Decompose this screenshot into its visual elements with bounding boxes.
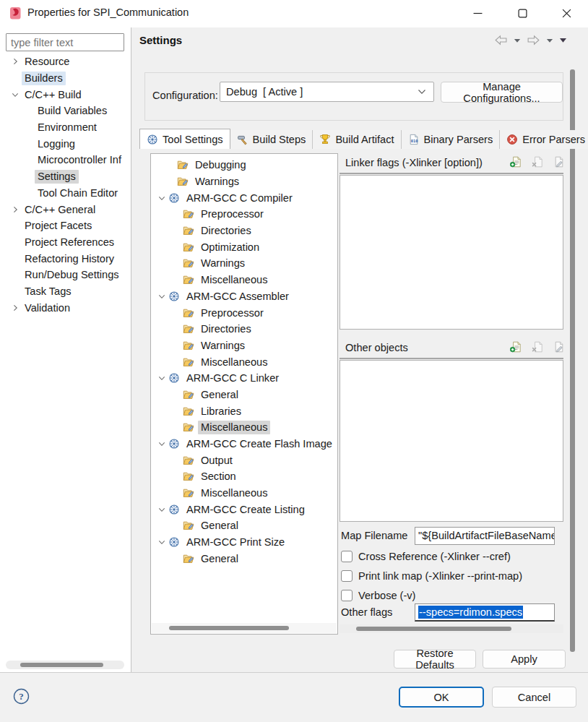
chevron-right-icon[interactable] — [9, 302, 22, 314]
sidebar-scrollbar-thumb[interactable] — [20, 663, 103, 667]
checkbox-print-link-map-xlinker-print-map[interactable] — [341, 570, 353, 582]
tab-tool-settings[interactable]: Tool Settings — [139, 129, 230, 149]
manage-configurations-button[interactable]: Manage Configurations... — [441, 82, 563, 103]
tab-binary-parsers[interactable]: 010Binary Parsers — [402, 130, 501, 149]
back-icon[interactable] — [494, 35, 508, 46]
tool-tree-item-general[interactable]: General — [151, 517, 337, 534]
tab-build-steps[interactable]: Build Steps — [230, 130, 314, 149]
linker-flags-list[interactable] — [340, 175, 563, 330]
tool-tree-item-miscellaneous[interactable]: Miscellaneous — [151, 353, 337, 370]
other-objects-add-button[interactable] — [510, 341, 522, 353]
tool-tree-item-warnings[interactable]: Warnings — [151, 255, 337, 272]
tool-icon — [168, 438, 181, 450]
sidebar-tree-item-project-facets[interactable]: Project Facets — [0, 218, 131, 234]
tool-tree-item-general[interactable]: General — [151, 551, 337, 567]
tool-tree-item-arm-gcc-assembler[interactable]: ARM-GCC Assembler — [151, 288, 337, 305]
tool-tree-item-arm-gcc-print-size[interactable]: ARM-GCC Print Size — [151, 534, 337, 551]
other-flags-row: Other flags --specs=rdimon.specs — [341, 603, 563, 622]
restore-defaults-button[interactable]: Restore Defaults — [394, 650, 476, 669]
back-history-dropdown-icon[interactable] — [514, 38, 521, 43]
tool-tree-item-section[interactable]: Section — [151, 468, 337, 485]
checkbox-cross-reference-xlinker-cref[interactable] — [341, 551, 353, 562]
panel-scrollbar-thumb[interactable] — [356, 627, 511, 631]
tool-tree-item-libraries[interactable]: Libraries — [151, 403, 337, 419]
map-filename-input[interactable]: "${BuildArtifactFileBaseName — [415, 527, 555, 545]
tool-tree-item-warnings[interactable]: Warnings — [151, 173, 337, 190]
sidebar-tree-item-resource[interactable]: Resource — [0, 53, 131, 70]
chevron-down-icon[interactable] — [155, 192, 168, 204]
ok-button[interactable]: OK — [399, 687, 484, 708]
sidebar-tree-item-builders[interactable]: Builders — [0, 70, 131, 87]
tool-tree-item-preprocessor[interactable]: Preprocessor — [151, 206, 337, 223]
tool-tree-item-preprocessor[interactable]: Preprocessor — [151, 304, 337, 321]
linker-flags-delete-button[interactable] — [532, 156, 544, 168]
sidebar-tree-item-build-variables[interactable]: Build Variables — [0, 103, 131, 119]
tab-error-parsers[interactable]: Error Parsers — [500, 130, 588, 149]
sidebar-tree-item-validation[interactable]: Validation — [0, 299, 131, 316]
checkbox-row-cross-reference-xlinker-cref: Cross Reference (-Xlinker --cref) — [341, 548, 562, 565]
tree-scrollbar-thumb[interactable] — [169, 626, 289, 630]
apply-button[interactable]: Apply — [483, 650, 566, 669]
tool-tree-item-miscellaneous[interactable]: Miscellaneous — [151, 419, 337, 436]
chevron-down-icon[interactable] — [155, 291, 168, 302]
configuration-select[interactable]: Debug [ Active ] — [220, 82, 434, 102]
separator — [340, 173, 563, 174]
help-icon[interactable]: ? — [13, 688, 30, 705]
filter-input[interactable] — [6, 33, 124, 51]
folder-icon — [183, 553, 195, 564]
tool-tree-item-miscellaneous[interactable]: Miscellaneous — [151, 485, 337, 502]
main-vertical-scrollbar-thumb[interactable] — [570, 69, 575, 652]
cancel-button[interactable]: Cancel — [492, 687, 576, 708]
chevron-down-icon[interactable] — [155, 372, 168, 384]
sidebar-tree-item-tool-chain-editor[interactable]: Tool Chain Editor — [0, 185, 131, 202]
tool-tree-item-miscellaneous[interactable]: Miscellaneous — [151, 272, 337, 288]
folder-icon — [183, 225, 195, 236]
chevron-down-icon[interactable] — [155, 504, 168, 515]
tool-tree-item-arm-gcc-c-compiler[interactable]: ARM-GCC C Compiler — [151, 189, 337, 206]
tool-tree-item-warnings[interactable]: Warnings — [151, 338, 337, 354]
tool-tree-item-directories[interactable]: Directories — [151, 321, 337, 338]
sidebar-tree-item-c-c-general[interactable]: C/C++ General — [0, 201, 131, 218]
tab-build-artifact[interactable]: Build Artifact — [313, 130, 401, 149]
linker-flags-add-button[interactable] — [510, 156, 522, 168]
sidebar-tree-item-run-debug-settings[interactable]: Run/Debug Settings — [0, 267, 131, 283]
sidebar-tree-item-refactoring-history[interactable]: Refactoring History — [0, 250, 131, 267]
tool-tree-item-directories[interactable]: Directories — [151, 223, 337, 239]
tool-tree-item-optimization[interactable]: Optimization — [151, 238, 337, 255]
chevron-right-icon[interactable] — [9, 204, 22, 215]
tool-tree-item-output[interactable]: Output — [151, 452, 337, 468]
tool-tree-item-label: Preprocessor — [198, 207, 267, 221]
minimize-button[interactable] — [462, 1, 493, 25]
other-flags-selected-value: --specs=rdimon.specs — [418, 606, 523, 619]
folder-icon — [183, 356, 195, 368]
forward-icon[interactable] — [527, 35, 540, 46]
chevron-right-icon[interactable] — [9, 56, 22, 67]
other-flags-input[interactable]: --specs=rdimon.specs — [415, 603, 555, 622]
folder-icon — [183, 208, 195, 220]
chevron-down-icon[interactable] — [9, 89, 22, 100]
sidebar-tree-item-logging[interactable]: Logging — [0, 135, 131, 152]
tool-tree-item-arm-gcc-create-listing[interactable]: ARM-GCC Create Listing — [151, 501, 337, 517]
sidebar-tree-item-microcontroller-inf[interactable]: Microcontroller Inf — [0, 152, 131, 168]
chevron-down-icon[interactable] — [155, 438, 168, 450]
tool-tree-item-label: Output — [198, 453, 235, 467]
other-objects-edit-button[interactable] — [553, 341, 563, 353]
other-objects-list[interactable] — [340, 360, 563, 522]
maximize-button[interactable] — [507, 1, 537, 25]
tool-tree-item-arm-gcc-create-flash-image[interactable]: ARM-GCC Create Flash Image — [151, 436, 337, 452]
sidebar-tree-item-project-references[interactable]: Project References — [0, 234, 131, 251]
chevron-down-icon[interactable] — [155, 536, 168, 548]
close-button[interactable] — [551, 1, 581, 25]
forward-history-dropdown-icon[interactable] — [546, 38, 553, 43]
other-objects-delete-button[interactable] — [532, 341, 544, 353]
view-menu-icon[interactable] — [559, 37, 567, 43]
linker-flags-edit-button[interactable] — [553, 156, 563, 168]
tool-tree-item-general[interactable]: General — [151, 387, 337, 403]
sidebar-tree-item-settings[interactable]: Settings — [0, 168, 131, 185]
sidebar-tree-item-environment[interactable]: Environment — [0, 119, 131, 136]
sidebar-tree-item-c-c-build[interactable]: C/C++ Build — [0, 86, 131, 103]
sidebar-tree-item-task-tags[interactable]: Task Tags — [0, 283, 131, 300]
tool-tree-item-arm-gcc-c-linker[interactable]: ARM-GCC C Linker — [151, 370, 337, 387]
tool-tree-item-debugging[interactable]: Debugging — [151, 157, 337, 173]
checkbox-verbose-v[interactable] — [341, 590, 353, 601]
